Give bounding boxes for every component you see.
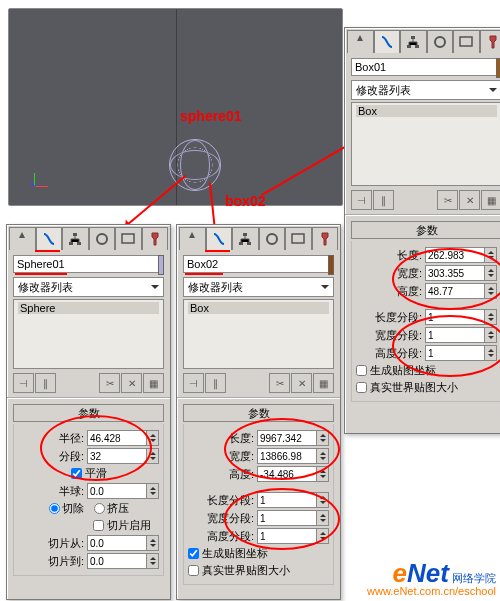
motion-tab-icon[interactable] — [427, 30, 454, 53]
svg-point-13 — [435, 37, 445, 47]
width-segs-label: 宽度分段: — [207, 511, 254, 526]
params-rollup-header[interactable]: 参数 — [183, 404, 334, 422]
segments-spinner[interactable] — [87, 448, 159, 464]
make-unique-icon[interactable]: ✂ — [437, 190, 458, 210]
height-segs-spinner[interactable] — [425, 345, 497, 361]
pin-stack-icon[interactable]: ⊣ — [13, 373, 34, 393]
make-unique-icon[interactable]: ✂ — [269, 373, 290, 393]
utilities-tab-icon[interactable] — [142, 227, 169, 250]
width-segs-spinner[interactable] — [425, 327, 497, 343]
display-tab-icon[interactable] — [285, 227, 312, 250]
length-segs-spinner[interactable] — [425, 309, 497, 325]
svg-rect-1 — [69, 242, 73, 245]
svg-rect-7 — [247, 242, 251, 245]
hemisphere-spinner[interactable] — [87, 483, 159, 499]
width-spinner[interactable] — [425, 265, 497, 281]
remove-modifier-icon[interactable]: ✕ — [121, 373, 142, 393]
length-segs-spinner[interactable] — [257, 492, 329, 508]
gen-uv-checkbox[interactable]: 生成贴图坐标 — [356, 363, 436, 378]
squash-radio[interactable]: 挤压 — [94, 501, 129, 516]
radius-label: 半径: — [59, 431, 84, 446]
modify-tab-icon[interactable] — [374, 30, 401, 53]
show-end-result-icon[interactable]: ∥ — [205, 373, 226, 393]
create-tab-icon[interactable] — [347, 30, 374, 53]
hierarchy-tab-icon[interactable] — [232, 227, 259, 250]
remove-modifier-icon[interactable]: ✕ — [459, 190, 480, 210]
real-world-checkbox[interactable]: 真实世界贴图大小 — [356, 380, 458, 395]
svg-point-3 — [97, 234, 107, 244]
svg-rect-14 — [460, 37, 472, 46]
modifier-stack[interactable]: Sphere — [13, 299, 164, 369]
slice-from-spinner[interactable] — [87, 535, 159, 551]
gen-uv-checkbox[interactable]: 生成贴图坐标 — [188, 546, 268, 561]
object-name-input[interactable] — [13, 255, 158, 273]
spin-up-icon[interactable] — [147, 431, 158, 438]
modifier-stack[interactable]: Box — [183, 299, 334, 369]
stack-toolbar: ⊣ ∥ ✂ ✕ ▦ — [183, 373, 334, 393]
length-spinner[interactable] — [425, 247, 497, 263]
stack-item[interactable]: Box — [188, 302, 329, 314]
make-unique-icon[interactable]: ✂ — [99, 373, 120, 393]
modify-tab-icon[interactable] — [36, 227, 63, 250]
modifier-list-label: 修改器列表 — [18, 280, 73, 295]
params-rollup-header[interactable]: 参数 — [13, 404, 164, 422]
enet-watermark: eNet 网络学院 www.eNet.com.cn/eschool — [367, 560, 496, 597]
modifier-stack[interactable]: Box — [351, 102, 500, 186]
create-tab-icon[interactable] — [9, 227, 36, 250]
length-segs-label: 长度分段: — [207, 493, 254, 508]
params-rollup: 长度: 宽度: 高度: 长度分段: 宽度分段: 高度分段: 生成贴图坐标 真实世… — [183, 424, 334, 585]
stack-item[interactable]: Sphere — [18, 302, 159, 314]
show-end-result-icon[interactable]: ∥ — [373, 190, 394, 210]
display-tab-icon[interactable] — [115, 227, 142, 250]
pin-stack-icon[interactable]: ⊣ — [351, 190, 372, 210]
object-color-swatch[interactable] — [158, 255, 164, 275]
stack-item[interactable]: Box — [356, 105, 497, 117]
params-rollup-header[interactable]: 参数 — [351, 221, 500, 239]
slice-to-spinner[interactable] — [87, 553, 159, 569]
modifier-list-dropdown[interactable]: 修改器列表 — [13, 277, 164, 297]
height-spinner[interactable] — [425, 283, 497, 299]
width-segs-spinner[interactable] — [257, 510, 329, 526]
svg-point-8 — [267, 234, 277, 244]
height-segs-spinner[interactable] — [257, 528, 329, 544]
pin-stack-icon[interactable]: ⊣ — [183, 373, 204, 393]
hierarchy-tab-icon[interactable] — [62, 227, 89, 250]
utilities-tab-icon[interactable] — [480, 30, 501, 53]
configure-sets-icon[interactable]: ▦ — [481, 190, 500, 210]
svg-rect-9 — [292, 234, 304, 243]
length-spinner[interactable] — [257, 430, 329, 446]
object-color-swatch[interactable] — [328, 255, 334, 275]
hierarchy-tab-icon[interactable] — [400, 30, 427, 53]
show-end-result-icon[interactable]: ∥ — [35, 373, 56, 393]
object-name-input[interactable] — [183, 255, 328, 273]
real-world-checkbox[interactable]: 真实世界贴图大小 — [188, 563, 290, 578]
spin-down-icon[interactable] — [147, 438, 158, 445]
height-spinner[interactable] — [257, 466, 329, 482]
object-color-swatch[interactable] — [496, 58, 500, 78]
height-label: 高度: — [229, 467, 254, 482]
configure-sets-icon[interactable]: ▦ — [313, 373, 334, 393]
axis-tripod — [23, 173, 47, 197]
motion-tab-icon[interactable] — [259, 227, 286, 250]
stack-toolbar: ⊣ ∥ ✂ ✕ ▦ — [13, 373, 164, 393]
object-name-input[interactable] — [351, 58, 496, 76]
radius-spinner[interactable] — [87, 430, 159, 446]
configure-sets-icon[interactable]: ▦ — [143, 373, 164, 393]
chop-radio[interactable]: 切除 — [49, 501, 84, 516]
create-tab-icon[interactable] — [179, 227, 206, 250]
display-tab-icon[interactable] — [453, 30, 480, 53]
modifier-list-dropdown[interactable]: 修改器列表 — [183, 277, 334, 297]
slice-on-checkbox[interactable]: 切片启用 — [93, 518, 151, 533]
height-segs-label: 高度分段: — [375, 346, 422, 361]
height-label: 高度: — [397, 284, 422, 299]
smooth-checkbox[interactable]: 平滑 — [71, 466, 107, 481]
remove-modifier-icon[interactable]: ✕ — [291, 373, 312, 393]
modifier-list-dropdown[interactable]: 修改器列表 — [351, 80, 500, 100]
modify-panel-box01: 修改器列表 Box ⊣ ∥ ✂ ✕ ▦ 参数 长度: 宽度: 高度: 长度分段:… — [344, 27, 500, 434]
modify-tab-icon[interactable] — [206, 227, 233, 250]
modify-panel-sphere01: 修改器列表 Sphere ⊣ ∥ ✂ ✕ ▦ 参数 半径: 分段: — [6, 224, 171, 600]
motion-tab-icon[interactable] — [89, 227, 116, 250]
hemisphere-label: 半球: — [59, 484, 84, 499]
width-spinner[interactable] — [257, 448, 329, 464]
utilities-tab-icon[interactable] — [312, 227, 339, 250]
